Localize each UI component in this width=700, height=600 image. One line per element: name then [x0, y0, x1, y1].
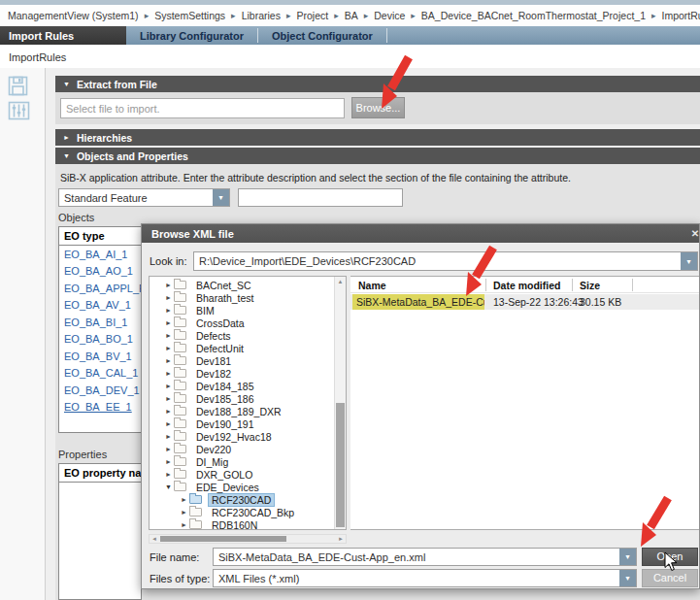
column-header-date-modified[interactable]: Date modified	[493, 277, 560, 293]
chevron-right-icon[interactable]: ►	[179, 496, 189, 503]
tree-item[interactable]: ►DI_Mig	[150, 455, 346, 468]
breadcrumb-item[interactable]: Libraries	[242, 10, 281, 21]
tree-item[interactable]: ►Dev188_189_DXR	[150, 405, 346, 417]
close-icon[interactable]: ✕	[687, 226, 700, 241]
chevron-down-icon[interactable]: ▼	[163, 483, 174, 490]
tree-item[interactable]: ►BIM	[150, 304, 346, 317]
open-button[interactable]: Open	[642, 548, 698, 566]
tree-item[interactable]: ►Dev184_185	[150, 380, 346, 392]
tree-horizontal-scrollbar[interactable]: ◄ ►	[149, 534, 347, 544]
chevron-right-icon[interactable]: ►	[163, 471, 174, 478]
scrollbar-thumb[interactable]	[336, 403, 345, 527]
browse-button[interactable]: Browse...	[351, 97, 405, 118]
eo-type-link[interactable]: EO_BA_AI_1	[59, 246, 141, 263]
chevron-down-icon[interactable]: ▼	[619, 549, 636, 565]
tab-library-configurator[interactable]: Library Configurator	[126, 26, 257, 45]
chevron-down-icon[interactable]: ▼	[619, 570, 636, 586]
tree-item[interactable]: ►Dev192_Hvac18	[150, 430, 346, 443]
breadcrumb-item[interactable]: ManagementView (System1)	[8, 10, 139, 21]
breadcrumb-item[interactable]: BA_Device_BACnet_RoomThermostat_Project_…	[421, 10, 646, 21]
eo-type-link[interactable]: EO_BA_DEV_1	[59, 382, 141, 399]
filter-settings-icon[interactable]	[8, 100, 30, 125]
tree-vertical-scrollbar[interactable]: ▲	[334, 277, 346, 529]
tree-item[interactable]: ►Dev220	[150, 443, 346, 455]
chevron-right-icon[interactable]: ►	[163, 395, 174, 402]
tree-item[interactable]: ►DefectUnit	[150, 342, 346, 354]
tree-item[interactable]: ►Dev185_186	[150, 392, 346, 405]
breadcrumb-item[interactable]: Project	[296, 10, 328, 21]
breadcrumb-item[interactable]: BA	[345, 10, 358, 21]
cancel-button-disabled[interactable]: Cancel	[642, 569, 698, 587]
column-separator[interactable]	[485, 279, 486, 291]
look-in-dropdown[interactable]: R:\Device_Import\EDE_Devices\RCF230CAD ▼	[193, 251, 698, 271]
eo-type-link[interactable]: EO_BA_AO_1	[59, 263, 141, 281]
eo-type-link[interactable]: EO_BA_BO_1	[59, 331, 141, 349]
tree-item[interactable]: ►Dev190_191	[150, 417, 346, 430]
file-name-cell-highlighted[interactable]: SiBX-MetaData_BA_EDE-Cus...	[352, 294, 484, 310]
chevron-right-icon[interactable]: ►	[163, 307, 174, 314]
breadcrumb-item[interactable]: ImportRules	[662, 10, 700, 21]
chevron-right-icon[interactable]: ►	[163, 446, 174, 452]
tree-item[interactable]: ►CrossData	[150, 317, 346, 329]
eo-type-link[interactable]: EO_BA_BV_1	[59, 348, 141, 365]
section-header-objects-properties[interactable]: ▼ Objects and Properties	[55, 148, 700, 164]
scroll-up-icon[interactable]: ▲	[335, 277, 346, 287]
chevron-right-icon[interactable]: ►	[163, 458, 174, 465]
column-separator[interactable]	[572, 279, 573, 291]
chevron-right-icon[interactable]: ►	[179, 509, 189, 516]
save-icon[interactable]	[8, 76, 28, 100]
chevron-right-icon[interactable]: ►	[163, 383, 174, 389]
attribute-description-input[interactable]	[238, 188, 403, 207]
feature-dropdown[interactable]: Standard Feature ▼	[58, 188, 230, 207]
tree-item-label: RDB160N	[209, 519, 260, 531]
dialog-title-bar[interactable]: Browse XML file ✕	[142, 224, 699, 243]
tree-item[interactable]: ►Defects	[150, 329, 346, 342]
import-file-input[interactable]	[60, 98, 345, 118]
section-header-extract-from-file[interactable]: ▼ Extract from File	[55, 76, 700, 92]
scrollbar-thumb[interactable]	[160, 536, 286, 542]
scroll-left-icon[interactable]: ◄	[150, 535, 159, 543]
breadcrumb-item[interactable]: Device	[374, 10, 405, 21]
chevron-right-icon[interactable]: ►	[163, 332, 174, 339]
tree-item[interactable]: ►BACnet_SC	[150, 279, 346, 291]
file-name-combobox[interactable]: ▼	[213, 548, 637, 566]
file-name-input[interactable]	[214, 549, 618, 565]
chevron-right-icon[interactable]: ►	[163, 420, 174, 427]
tree-item[interactable]: ►RDB160N	[150, 518, 346, 530]
column-header-size[interactable]: Size	[580, 277, 600, 293]
tree-item[interactable]: ►RCF230CAD_Bkp	[150, 506, 346, 518]
column-header-name[interactable]: Name	[358, 277, 386, 293]
breadcrumb-item[interactable]: SystemSettings	[154, 10, 225, 21]
chevron-right-icon[interactable]: ►	[163, 433, 174, 440]
chevron-right-icon[interactable]: ►	[163, 294, 174, 301]
tab-import-rules[interactable]: Import Rules	[0, 26, 126, 45]
column-separator[interactable]	[632, 279, 633, 291]
tree-item-selected[interactable]: ►RCF230CAD	[150, 493, 346, 506]
chevron-right-icon[interactable]: ►	[163, 370, 174, 377]
eo-type-link[interactable]: EO_BA_APPL_Roo	[59, 280, 141, 297]
files-of-type-dropdown[interactable]: XML Files (*.xml) ▼	[213, 569, 637, 587]
file-row[interactable]: SiBX-MetaData_BA_EDE-Cus... 13-Sep-22 13…	[350, 294, 700, 310]
tab-object-configurator[interactable]: Object Configurator	[258, 26, 386, 45]
chevron-right-icon[interactable]: ►	[163, 282, 174, 288]
chevron-down-icon[interactable]: ▼	[681, 252, 697, 270]
folder-icon	[174, 483, 186, 491]
section-header-hierarchies[interactable]: ► Hierarchies	[55, 129, 700, 146]
chevron-right-icon[interactable]: ►	[163, 345, 174, 351]
chevron-right-icon[interactable]: ►	[179, 521, 189, 528]
chevron-right-icon[interactable]: ►	[163, 408, 174, 415]
eo-type-link[interactable]: EO_BA_EE_1	[59, 399, 141, 417]
chevron-right-icon[interactable]: ►	[163, 357, 174, 364]
tree-item[interactable]: ►DXR_GOLO	[150, 468, 346, 481]
folder-icon	[189, 495, 202, 504]
tree-item[interactable]: ►Bharath_test	[150, 291, 346, 304]
eo-type-link[interactable]: EO_BA_BI_1	[59, 314, 141, 331]
tree-item[interactable]: ▼EDE_Devices	[150, 481, 346, 493]
tree-item[interactable]: ►Dev182	[150, 367, 346, 380]
eo-type-link[interactable]: EO_BA_AV_1	[59, 297, 141, 315]
chevron-right-icon[interactable]: ►	[163, 319, 174, 326]
tree-item[interactable]: ►Dev181	[150, 354, 346, 367]
eo-type-link[interactable]: EO_BA_CAL_1	[59, 365, 141, 383]
chevron-down-icon[interactable]: ▼	[213, 189, 229, 206]
scroll-right-icon[interactable]: ►	[336, 535, 346, 543]
